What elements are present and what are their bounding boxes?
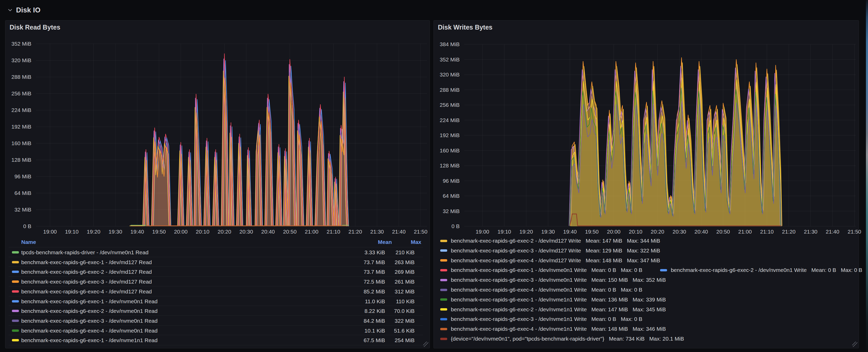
y-axis-label: 64 MiB — [423, 193, 460, 199]
y-axis-label: 384 MiB — [423, 41, 460, 48]
y-axis-label: 96 MiB — [0, 173, 31, 180]
time-series-plot[interactable] — [5, 21, 430, 348]
y-axis-label: 160 MiB — [0, 140, 31, 146]
y-axis-label: 192 MiB — [423, 132, 460, 139]
y-axis-label: 320 MiB — [0, 57, 31, 63]
y-axis-label: 0 B — [423, 223, 460, 229]
y-axis-label: 32 MiB — [423, 208, 460, 214]
y-axis-label: 224 MiB — [0, 107, 31, 113]
panel-disk-writes-bytes: Disk Writes Bytes benchmark-exec-rapids-… — [433, 20, 859, 348]
y-axis-label: 64 MiB — [0, 190, 31, 196]
y-axis-label: 352 MiB — [423, 57, 460, 63]
y-axis-label: 288 MiB — [0, 74, 31, 80]
y-axis-label: 128 MiB — [0, 157, 31, 163]
y-axis-label: 256 MiB — [423, 102, 460, 108]
dashboard-row-disk-io[interactable]: Disk IO — [0, 0, 866, 20]
y-axis-label: 160 MiB — [423, 147, 460, 154]
x-axis-label: 21:50 — [840, 229, 868, 235]
y-axis-label: 320 MiB — [423, 71, 460, 78]
desktop-wallpaper-sliver — [866, 0, 868, 352]
y-axis-label: 224 MiB — [423, 117, 460, 123]
y-axis-label: 0 B — [0, 223, 31, 229]
row-title: Disk IO — [16, 6, 40, 14]
y-axis-label: 288 MiB — [423, 87, 460, 93]
y-axis-label: 256 MiB — [0, 90, 31, 97]
x-axis-label: 21:50 — [406, 229, 435, 235]
y-axis-label: 352 MiB — [0, 41, 31, 47]
panel-disk-read-bytes: Disk Read Bytes NameMeanMaxtpcds-benchma… — [5, 20, 430, 348]
y-axis-label: 32 MiB — [0, 207, 31, 213]
y-axis-label: 192 MiB — [0, 124, 31, 130]
y-axis-label: 96 MiB — [423, 178, 460, 184]
chevron-down-icon — [8, 8, 12, 12]
time-series-plot[interactable] — [434, 21, 859, 348]
y-axis-label: 128 MiB — [423, 163, 460, 169]
